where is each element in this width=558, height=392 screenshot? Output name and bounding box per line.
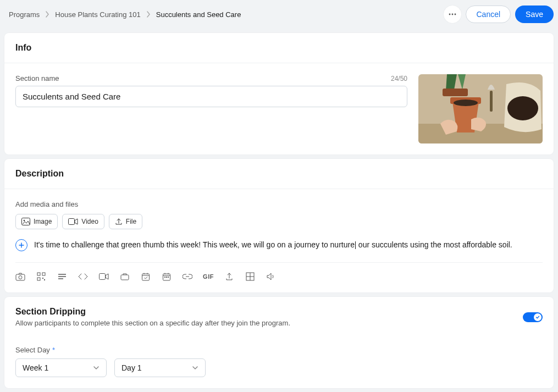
svg-rect-6 [490, 91, 493, 112]
svg-rect-12 [69, 219, 75, 225]
svg-point-11 [24, 220, 25, 222]
add-image-button[interactable]: Image [15, 214, 58, 229]
dripping-card: Section Dripping Allow participants to c… [4, 297, 554, 388]
dripping-toggle[interactable] [523, 312, 543, 322]
svg-point-1 [452, 14, 454, 15]
section-name-char-count: 24/50 [391, 75, 407, 82]
svg-rect-16 [42, 273, 45, 275]
svg-rect-9 [443, 89, 468, 96]
camera-icon[interactable] [15, 272, 25, 281]
day-select-value: Day 1 [121, 363, 142, 372]
breadcrumb-course[interactable]: House Plants Curating 101 [55, 10, 140, 19]
code-icon[interactable] [78, 272, 88, 281]
cancel-button[interactable]: Cancel [466, 5, 511, 23]
more-menu-button[interactable] [444, 5, 461, 23]
svg-rect-33 [164, 277, 165, 278]
info-card: Info Section name 24/50 [4, 33, 554, 154]
toggle-knob [534, 313, 542, 321]
svg-point-0 [449, 14, 451, 15]
svg-rect-34 [166, 277, 167, 278]
required-asterisk: * [52, 346, 55, 354]
svg-rect-17 [37, 278, 40, 280]
description-text-after: our succulents using the most affordable… [356, 240, 512, 249]
add-image-label: Image [34, 218, 52, 225]
breadcrumb: Programs House Plants Curating 101 Succu… [9, 10, 241, 19]
svg-rect-13 [16, 274, 25, 280]
video2-icon[interactable] [99, 272, 109, 281]
svg-rect-23 [100, 274, 106, 280]
add-video-button[interactable]: Video [62, 214, 104, 229]
editor-toolbar: GIF [15, 263, 543, 281]
select-day-label: Select Day [15, 346, 50, 354]
description-heading: Description [4, 159, 554, 189]
chevron-down-icon [192, 366, 198, 370]
link-icon[interactable] [183, 272, 192, 281]
upload-icon [115, 218, 123, 225]
svg-rect-25 [142, 274, 150, 280]
add-video-label: Video [81, 218, 98, 225]
check-icon [535, 315, 540, 319]
qr-icon[interactable] [36, 272, 46, 281]
svg-rect-15 [37, 273, 40, 275]
calendar-icon[interactable] [162, 272, 172, 281]
svg-rect-19 [44, 279, 45, 280]
description-text-before: It's time to challenge that green thumb … [34, 240, 355, 249]
svg-rect-18 [42, 278, 43, 279]
svg-point-5 [507, 96, 538, 120]
svg-point-8 [454, 100, 478, 106]
grid-icon[interactable] [245, 272, 255, 281]
gif-icon[interactable]: GIF [203, 272, 213, 281]
dripping-subtitle: Allow participants to complete this sect… [15, 319, 290, 327]
svg-point-2 [455, 14, 456, 15]
sound-icon[interactable] [266, 272, 276, 281]
media-label: Add media and files [15, 200, 543, 208]
save-button[interactable]: Save [515, 5, 554, 23]
section-name-input[interactable] [15, 86, 407, 107]
more-horizontal-icon [449, 13, 456, 15]
svg-point-14 [19, 276, 22, 279]
chevron-right-icon [45, 11, 49, 18]
day-select[interactable]: Day 1 [114, 358, 206, 377]
briefcase-icon[interactable] [120, 272, 130, 281]
upload2-icon[interactable] [224, 272, 234, 281]
plus-icon [19, 242, 24, 248]
add-block-button[interactable] [15, 239, 27, 251]
svg-rect-35 [168, 277, 169, 278]
video-icon [68, 218, 78, 225]
breadcrumb-current: Succulents and Seed Care [156, 10, 241, 19]
image-icon [21, 218, 30, 225]
header-actions: Cancel Save [444, 5, 554, 23]
info-heading: Info [4, 33, 554, 63]
description-editor[interactable]: It's time to challenge that green thumb … [34, 239, 543, 251]
description-card: Description Add media and files Image Vi… [4, 159, 554, 292]
week-select-value: Week 1 [23, 363, 48, 372]
list-icon[interactable] [57, 272, 67, 281]
media-buttons: Image Video File [15, 214, 543, 229]
svg-rect-24 [121, 275, 129, 280]
add-file-label: File [126, 218, 136, 225]
section-thumbnail[interactable] [418, 74, 543, 143]
chevron-right-icon [146, 11, 151, 18]
dripping-heading: Section Dripping [15, 307, 290, 317]
breadcrumb-programs[interactable]: Programs [9, 10, 40, 19]
week-select[interactable]: Week 1 [15, 358, 107, 377]
calendar-check-icon[interactable] [141, 272, 151, 281]
section-name-label: Section name [15, 74, 59, 82]
page-header: Programs House Plants Curating 101 Succu… [0, 0, 558, 29]
add-file-button[interactable]: File [109, 214, 142, 229]
chevron-down-icon [93, 366, 100, 370]
